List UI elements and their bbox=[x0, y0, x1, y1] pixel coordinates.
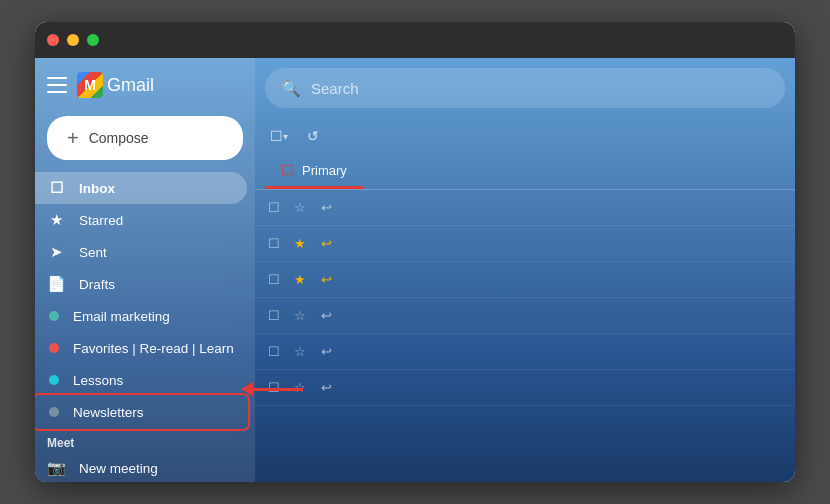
toolbar: ☐ ▾ ↺ bbox=[255, 118, 795, 154]
favorites-dot bbox=[49, 343, 59, 353]
table-row[interactable]: ☐ ☆ ↩ bbox=[255, 370, 795, 406]
gmail-main: 🔍 Search ☐ ▾ ↺ ☐ Primary bbox=[255, 58, 795, 482]
star-icon: ☆ bbox=[291, 343, 309, 361]
starred-icon: ★ bbox=[47, 211, 65, 229]
tabs-row: ☐ Primary bbox=[255, 154, 795, 190]
meet-section-title: Meet bbox=[35, 428, 255, 452]
search-bar[interactable]: 🔍 Search bbox=[265, 68, 785, 108]
table-row[interactable]: ☐ ★ ↩ bbox=[255, 262, 795, 298]
drafts-label: Drafts bbox=[79, 277, 115, 292]
email-list: ☐ ☆ ↩ ☐ ★ ↩ ☐ ★ ↩ ☐ ☆ ↩ bbox=[255, 190, 795, 482]
lessons-label: Lessons bbox=[73, 373, 123, 388]
inbox-icon: ☐ bbox=[47, 179, 65, 197]
reply-icon: ↩ bbox=[317, 199, 335, 217]
browser-window: M Gmail + Compose ☐ Inbox ★ Starred bbox=[35, 22, 795, 482]
table-row[interactable]: ☐ ☆ ↩ bbox=[255, 298, 795, 334]
reply-icon: ↩ bbox=[317, 235, 335, 253]
sent-label: Sent bbox=[79, 245, 107, 260]
email-marketing-label: Email marketing bbox=[73, 309, 170, 324]
reply-icon: ↩ bbox=[317, 379, 335, 397]
checkbox-icon: ☐ bbox=[265, 307, 283, 325]
refresh-icon[interactable]: ↺ bbox=[299, 122, 327, 150]
new-meeting-label: New meeting bbox=[79, 461, 158, 476]
sidebar-item-sent[interactable]: ➤ Sent bbox=[35, 236, 247, 268]
compose-label: Compose bbox=[89, 130, 149, 146]
hamburger-menu[interactable] bbox=[47, 77, 67, 93]
newsletters-dot bbox=[49, 407, 59, 417]
compose-button[interactable]: + Compose bbox=[47, 116, 243, 160]
minimize-button[interactable] bbox=[67, 34, 79, 46]
gmail-m-icon: M bbox=[77, 72, 103, 98]
sidebar-item-drafts[interactable]: 📄 Drafts bbox=[35, 268, 247, 300]
sidebar-item-newsletters[interactable]: Newsletters bbox=[35, 396, 247, 428]
sidebar-item-email-marketing[interactable]: Email marketing bbox=[35, 300, 247, 332]
search-placeholder: Search bbox=[311, 80, 359, 97]
starred-label: Starred bbox=[79, 213, 123, 228]
star-icon: ★ bbox=[291, 235, 309, 253]
sidebar-item-favorites[interactable]: Favorites | Re-read | Learn bbox=[35, 332, 247, 364]
arrow-line bbox=[253, 388, 303, 391]
close-button[interactable] bbox=[47, 34, 59, 46]
star-icon: ★ bbox=[291, 271, 309, 289]
lessons-dot bbox=[49, 375, 59, 385]
primary-tab-icon: ☐ bbox=[281, 162, 294, 178]
tab-primary[interactable]: ☐ Primary bbox=[265, 154, 363, 189]
star-icon: ☆ bbox=[291, 307, 309, 325]
new-meeting-icon: 📷 bbox=[47, 459, 65, 477]
browser-content: M Gmail + Compose ☐ Inbox ★ Starred bbox=[35, 58, 795, 482]
maximize-button[interactable] bbox=[87, 34, 99, 46]
checkbox-icon: ☐ bbox=[265, 199, 283, 217]
favorites-label: Favorites | Re-read | Learn bbox=[73, 341, 234, 356]
gmail-logo: M Gmail bbox=[77, 72, 154, 98]
inbox-label: Inbox bbox=[79, 181, 115, 196]
email-marketing-dot bbox=[49, 311, 59, 321]
drafts-icon: 📄 bbox=[47, 275, 65, 293]
sidebar-item-inbox[interactable]: ☐ Inbox bbox=[35, 172, 247, 204]
table-row[interactable]: ☐ ☆ ↩ bbox=[255, 190, 795, 226]
newsletters-label: Newsletters bbox=[73, 405, 144, 420]
search-icon: 🔍 bbox=[281, 79, 301, 98]
sidebar-item-new-meeting[interactable]: 📷 New meeting bbox=[35, 452, 247, 482]
checkbox-icon: ☐ bbox=[265, 343, 283, 361]
table-row[interactable]: ☐ ☆ ↩ bbox=[255, 334, 795, 370]
primary-tab-label: Primary bbox=[302, 163, 347, 178]
reply-icon: ↩ bbox=[317, 307, 335, 325]
reply-icon: ↩ bbox=[317, 271, 335, 289]
gmail-title-text: Gmail bbox=[107, 75, 154, 96]
checkbox-icon: ☐ bbox=[265, 271, 283, 289]
gmail-sidebar: M Gmail + Compose ☐ Inbox ★ Starred bbox=[35, 58, 255, 482]
sidebar-item-starred[interactable]: ★ Starred bbox=[35, 204, 247, 236]
dropdown-chevron-icon: ▾ bbox=[283, 131, 288, 142]
title-bar bbox=[35, 22, 795, 58]
arrow-head bbox=[241, 382, 253, 396]
table-row[interactable]: ☐ ★ ↩ bbox=[255, 226, 795, 262]
gmail-header: M Gmail bbox=[35, 58, 255, 112]
star-icon: ☆ bbox=[291, 199, 309, 217]
checkbox-icon: ☐ bbox=[265, 235, 283, 253]
red-arrow-indicator bbox=[241, 382, 303, 396]
compose-plus-icon: + bbox=[67, 128, 79, 148]
sidebar-item-lessons[interactable]: Lessons bbox=[35, 364, 247, 396]
sent-icon: ➤ bbox=[47, 243, 65, 261]
reply-icon: ↩ bbox=[317, 343, 335, 361]
select-all-checkbox[interactable]: ☐ ▾ bbox=[265, 122, 293, 150]
